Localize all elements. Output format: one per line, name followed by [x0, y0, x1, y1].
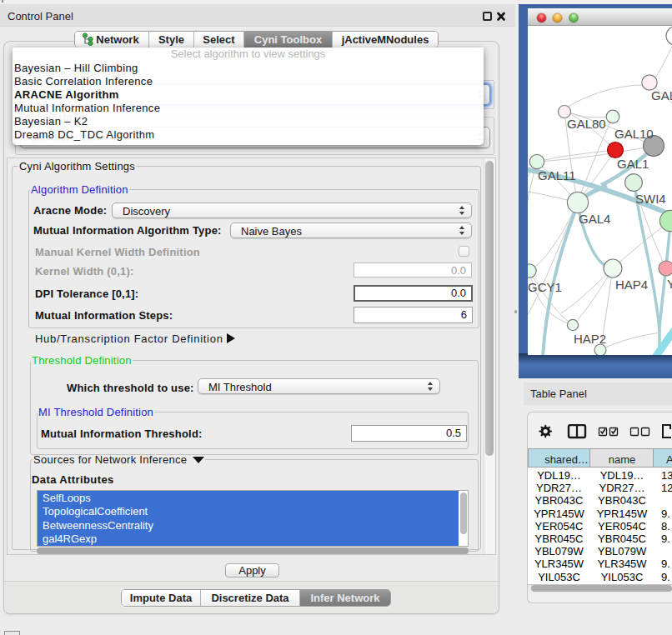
svg-text:GAL10: GAL10 — [614, 127, 654, 141]
svg-text:GAL80: GAL80 — [567, 117, 606, 131]
svg-text:GAL1: GAL1 — [617, 157, 649, 171]
svg-text:SWI4: SWI4 — [635, 192, 666, 206]
svg-text:HAP2: HAP2 — [574, 332, 606, 346]
svg-text:GAL4: GAL4 — [579, 212, 610, 226]
svg-text:GCY1: GCY1 — [528, 280, 562, 294]
svg-text:GAL11: GAL11 — [538, 168, 576, 182]
svg-text:GAL: GAL — [651, 88, 672, 102]
svg-text:HAP4: HAP4 — [615, 278, 648, 292]
svg-text:Y: Y — [667, 277, 672, 291]
